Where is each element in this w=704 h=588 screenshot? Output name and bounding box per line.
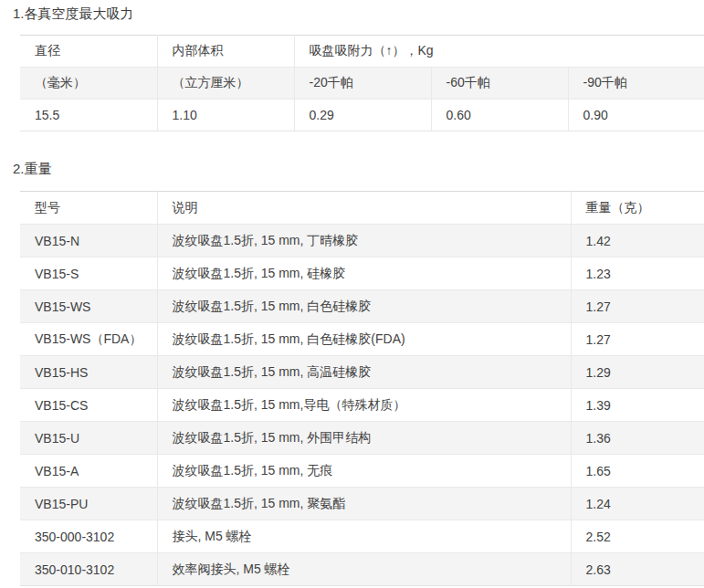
col-header-weight: 重量（克） [571,192,704,225]
weight-cell: 2.52 [571,520,704,553]
model-cell: VB15-S [20,257,157,290]
subheader-kpa-90: -90千帕 [568,68,704,100]
table-row: VB15-U 波纹吸盘1.5折, 15 mm, 外围甲结构 1.36 [20,422,704,455]
diameter-value: 15.5 [20,100,157,131]
table-row: VB15-WS（FDA） 波纹吸盘1.5折, 15 mm, 白色硅橡胶(FDA)… [20,323,704,356]
model-cell: VB15-WS（FDA） [20,323,157,356]
force-kpa-60-value: 0.60 [431,100,568,131]
suction-table: 直径 内部体积 吸盘吸附力（↑），Kg （毫米） （立方厘米） -20千帕 -6… [20,35,704,131]
model-cell: VB15-PU [20,488,157,520]
subheader-diameter-unit: （毫米） [20,68,157,100]
weight-table: 型号 说明 重量（克） VB15-N 波纹吸盘1.5折, 15 mm, 丁晴橡胶… [20,191,704,586]
description-cell: 波纹吸盘1.5折, 15 mm, 外围甲结构 [157,422,571,455]
col-header-diameter: 直径 [20,36,157,68]
suction-subheader-row: （毫米） （立方厘米） -20千帕 -60千帕 -90千帕 [20,68,704,100]
weight-cell: 1.23 [571,257,704,290]
description-cell: 接头, M5 螺栓 [157,520,571,553]
section-suction-title: 1.各真空度最大吸力 [13,6,704,21]
weight-cell: 1.65 [571,455,704,488]
model-cell: VB15-U [20,422,157,455]
weight-cell: 1.27 [571,323,704,356]
weight-header-row: 型号 说明 重量（克） [20,192,704,225]
description-cell: 波纹吸盘1.5折, 15 mm, 丁晴橡胶 [157,225,571,257]
table-row: VB15-PU 波纹吸盘1.5折, 15 mm, 聚氨酯 1.24 [20,488,704,520]
description-cell: 效率阀接头, M5 螺栓 [157,553,571,586]
description-cell: 波纹吸盘1.5折, 15 mm, 聚氨酯 [157,488,571,520]
section-weight-title: 2.重量 [13,162,704,176]
table-row: VB15-HS 波纹吸盘1.5折, 15 mm, 高温硅橡胶 1.29 [20,356,704,389]
subheader-kpa-20: -20千帕 [294,68,431,100]
subheader-kpa-60: -60千帕 [431,68,568,100]
description-cell: 波纹吸盘1.5折, 15 mm, 白色硅橡胶(FDA) [157,323,571,356]
weight-cell: 1.36 [571,422,704,455]
model-cell: 350-010-3102 [20,553,157,586]
force-kpa-20-value: 0.29 [294,100,431,131]
table-row: VB15-WS 波纹吸盘1.5折, 15 mm, 白色硅橡胶 1.27 [20,290,704,323]
weight-cell: 1.24 [571,488,704,520]
suction-header-row: 直径 内部体积 吸盘吸附力（↑），Kg [20,36,704,68]
description-cell: 波纹吸盘1.5折, 15 mm, 无痕 [157,455,571,488]
col-header-description: 说明 [157,192,571,225]
page: 1.各真空度最大吸力 直径 内部体积 吸盘吸附力（↑），Kg （毫米） （立方厘… [0,0,704,588]
weight-cell: 1.39 [571,389,704,422]
weight-cell: 1.29 [571,356,704,389]
model-cell: VB15-N [20,225,157,257]
table-row: 350-000-3102 接头, M5 螺栓 2.52 [20,520,704,553]
model-cell: VB15-CS [20,389,157,422]
table-row: 350-010-3102 效率阀接头, M5 螺栓 2.63 [20,553,704,586]
force-kpa-90-value: 0.90 [568,100,704,131]
model-cell: VB15-A [20,455,157,488]
table-row: VB15-N 波纹吸盘1.5折, 15 mm, 丁晴橡胶 1.42 [20,225,704,257]
table-row: VB15-A 波纹吸盘1.5折, 15 mm, 无痕 1.65 [20,455,704,488]
volume-value: 1.10 [157,100,294,131]
weight-cell: 1.27 [571,290,704,323]
description-cell: 波纹吸盘1.5折, 15 mm,导电（特殊材质） [157,389,571,422]
subheader-volume-unit: （立方厘米） [157,68,294,100]
col-header-suction-force: 吸盘吸附力（↑），Kg [294,36,704,68]
col-header-model: 型号 [20,192,157,225]
description-cell: 波纹吸盘1.5折, 15 mm, 白色硅橡胶 [157,290,571,323]
suction-data-row: 15.5 1.10 0.29 0.60 0.90 [20,100,704,131]
description-cell: 波纹吸盘1.5折, 15 mm, 高温硅橡胶 [157,356,571,389]
model-cell: VB15-HS [20,356,157,389]
weight-cell: 2.63 [571,553,704,586]
weight-cell: 1.42 [571,225,704,257]
col-header-volume: 内部体积 [157,36,294,68]
model-cell: 350-000-3102 [20,520,157,553]
table-row: VB15-S 波纹吸盘1.5折, 15 mm, 硅橡胶 1.23 [20,257,704,290]
description-cell: 波纹吸盘1.5折, 15 mm, 硅橡胶 [157,257,571,290]
table-row: VB15-CS 波纹吸盘1.5折, 15 mm,导电（特殊材质） 1.39 [20,389,704,422]
model-cell: VB15-WS [20,290,157,323]
